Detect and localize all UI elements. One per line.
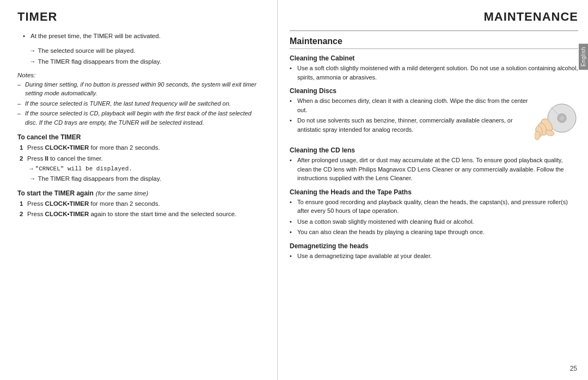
discs-heading: Cleaning Discs bbox=[290, 87, 578, 95]
svg-point-8 bbox=[535, 131, 541, 140]
note-2: If the source selected is TUNER, the las… bbox=[17, 99, 262, 108]
note-3: If the source selected is CD, playback w… bbox=[17, 109, 262, 127]
page-number: 25 bbox=[570, 365, 577, 372]
restart-num-2: 2 bbox=[20, 210, 23, 219]
timer-header: TIMER bbox=[17, 10, 262, 24]
note-1: During timer setting, if no button is pr… bbox=[17, 80, 262, 98]
disc-section: When a disc becomes dirty, clean it with… bbox=[290, 96, 578, 141]
cancel-step-2: 2 Press II to cancel the timer. bbox=[20, 154, 262, 163]
disc-bullet-2: Do not use solvents such as benzine, thi… bbox=[290, 116, 531, 134]
restart-heading: To start the TIMER again bbox=[17, 189, 94, 197]
cd-lens-heading: Cleaning the CD lens bbox=[290, 146, 578, 154]
disc-bullets: When a disc becomes dirty, clean it with… bbox=[290, 96, 531, 134]
cancel-arrow-2: The TIMER flag disappears from the displ… bbox=[17, 174, 262, 183]
intro-arrow-1: The selected source will be played. bbox=[17, 46, 262, 56]
disc-illustration bbox=[535, 97, 578, 141]
right-panel: MAINTENANCE Maintenance Cleaning the Cab… bbox=[278, 0, 588, 380]
cancel-heading: To cancel the TIMER bbox=[17, 133, 262, 141]
notes-section: Notes: During timer setting, if no butto… bbox=[17, 72, 262, 127]
restart-num-1: 1 bbox=[20, 199, 23, 209]
heads-bullet-2: Use a cotton swab slightly moistened wit… bbox=[290, 217, 578, 226]
disc-text: When a disc becomes dirty, clean it with… bbox=[290, 96, 531, 136]
intro-bullet-1: At the preset time, the TIMER will be ac… bbox=[23, 32, 262, 41]
english-tab: English bbox=[579, 44, 588, 70]
restart-steps: 1 Press CLOCK•TIMER for more than 2 seco… bbox=[17, 199, 262, 219]
cd-lens-bullets: After prolonged usage, dirt or dust may … bbox=[290, 156, 578, 183]
restart-step-2: 2 Press CLOCK•TIMER again to store the s… bbox=[20, 210, 262, 219]
step-num-2: 2 bbox=[20, 154, 23, 163]
maintenance-header: MAINTENANCE bbox=[290, 10, 578, 24]
cabinet-heading: Cleaning the Cabinet bbox=[290, 54, 578, 62]
step-num-1: 1 bbox=[20, 143, 23, 152]
cancel-steps: 1 Press CLOCK•TIMER for more than 2 seco… bbox=[17, 143, 262, 163]
intro-arrow-2: The TIMER flag disappears from the displ… bbox=[17, 57, 262, 66]
divider bbox=[290, 30, 578, 31]
cancel-step-1: 1 Press CLOCK•TIMER for more than 2 seco… bbox=[20, 143, 262, 152]
demag-bullets: Use a demagnetizing tape available at yo… bbox=[290, 252, 578, 261]
left-panel: TIMER At the preset time, the TIMER will… bbox=[0, 0, 278, 380]
restart-step-1: 1 Press CLOCK•TIMER for more than 2 seco… bbox=[20, 199, 262, 209]
heads-heading: Cleaning the Heads and the Tape Paths bbox=[290, 188, 578, 196]
disc-bullet-1: When a disc becomes dirty, clean it with… bbox=[290, 96, 531, 114]
restart-bold-1: CLOCK•TIMER bbox=[45, 200, 89, 207]
notes-title: Notes: bbox=[17, 72, 262, 78]
cancel-arrow-1: "CRNCEL" will be displayed. bbox=[17, 164, 262, 174]
demag-heading: Demagnetizing the heads bbox=[290, 242, 578, 250]
restart-bold-2: CLOCK•TIMER bbox=[45, 211, 89, 217]
cancel-bold-2: II bbox=[45, 155, 48, 162]
cabinet-bullet-1: Use a soft cloth slightly moistened with… bbox=[290, 64, 578, 82]
heads-bullets: To ensure good recording and playback qu… bbox=[290, 198, 578, 237]
restart-heading-italic: (for the same time) bbox=[96, 190, 149, 197]
demag-bullet-1: Use a demagnetizing tape available at yo… bbox=[290, 252, 578, 261]
maintenance-title: Maintenance bbox=[290, 36, 578, 49]
cancel-bold-1: CLOCK•TIMER bbox=[45, 144, 89, 151]
heads-bullet-1: To ensure good recording and playback qu… bbox=[290, 198, 578, 216]
cd-lens-bullet-1: After prolonged usage, dirt or dust may … bbox=[290, 156, 578, 183]
cabinet-bullets: Use a soft cloth slightly moistened with… bbox=[290, 64, 578, 82]
heads-bullet-3: You can also clean the heads by playing … bbox=[290, 228, 578, 237]
intro-bullets: At the preset time, the TIMER will be ac… bbox=[17, 32, 262, 41]
